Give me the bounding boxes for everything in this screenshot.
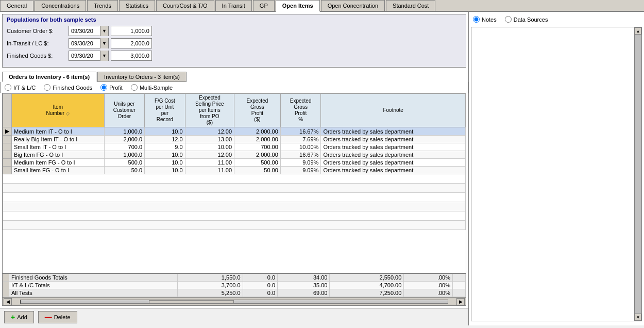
item-name-cell[interactable]: Medium Item FG - O to I xyxy=(12,159,105,167)
radio-multi-sample[interactable]: Multi-Sample xyxy=(131,84,173,91)
fg-cost-cell: 10.0 xyxy=(145,151,185,159)
radio-finished-goods[interactable]: Finished Goods xyxy=(44,84,92,91)
totals-footnote xyxy=(452,273,465,282)
radio-multi-sample-label: Multi-Sample xyxy=(140,85,173,91)
esp-col-header[interactable]: ExpectedSelling Priceper Itemsfrom PO($) xyxy=(185,94,234,127)
table-row[interactable]: Big Item FG - O to I 1,000.0 10.0 12.00 … xyxy=(3,151,466,159)
footnote-cell: Orders tracked by sales department xyxy=(321,136,466,143)
finished-goods-date-btn[interactable]: ▼ xyxy=(100,51,108,61)
esp-cell: 11.00 xyxy=(185,159,234,167)
item-number-col-header[interactable]: ItemNumber ◇ xyxy=(12,94,105,127)
radio-data-sources[interactable]: Data Sources xyxy=(505,16,548,23)
tab-general[interactable]: General xyxy=(0,0,33,11)
tab-gp[interactable]: GP xyxy=(253,0,275,11)
notes-scrollbar[interactable]: ▲ ▼ xyxy=(634,27,641,321)
totals-egp-pct: .00% xyxy=(404,282,453,289)
tab-open-items[interactable]: Open Items xyxy=(276,0,320,12)
in-transit-label: In-Transit / LC $: xyxy=(7,40,69,46)
tab-standard-cost[interactable]: Standard Cost xyxy=(386,0,435,11)
item-name-cell[interactable]: Big Item FG - O to I xyxy=(12,151,105,159)
notes-scroll-down[interactable]: ▼ xyxy=(635,314,641,321)
customer-order-label: Customer Order $: xyxy=(7,28,69,34)
totals-fg-cost: 0.0 xyxy=(243,289,277,297)
horizontal-scrollbar[interactable]: ◀ ▶ xyxy=(3,297,466,305)
egp-dollar-cell: 2,000.00 xyxy=(234,136,281,143)
radio-profit-input[interactable] xyxy=(100,84,107,91)
finished-goods-row: Finished Goods $: 09/30/20 ▼ 3,000.0 xyxy=(7,51,462,61)
in-transit-value[interactable]: 2,000.0 xyxy=(111,38,152,48)
scroll-left-btn[interactable]: ◀ xyxy=(4,298,12,305)
data-table: ItemNumber ◇ Units perCustomerOrder F/G … xyxy=(3,93,466,230)
tab-open-concentration[interactable]: Open Concentration xyxy=(321,0,385,11)
left-panel: Populations for both sample sets Custome… xyxy=(0,12,469,325)
totals-row: I/T & L/C Totals 3,700.0 0.0 35.00 4,700… xyxy=(3,282,466,289)
table-row[interactable]: Small Item FG - O to I 50.0 10.0 11.00 5… xyxy=(3,167,466,174)
radio-finished-goods-input[interactable] xyxy=(44,84,50,91)
tab-trends[interactable]: Trends xyxy=(87,0,118,11)
in-transit-date[interactable]: 09/30/20 ▼ xyxy=(69,38,109,48)
tab-count-cost---t-o[interactable]: Count/Cost & T/O xyxy=(156,0,214,11)
tab-statistics[interactable]: Statistics xyxy=(119,0,155,11)
customer-order-value[interactable]: 1,000.0 xyxy=(111,26,152,36)
egp-pct-cell: 16.67% xyxy=(280,151,321,159)
data-table-container: ItemNumber ◇ Units perCustomerOrder F/G … xyxy=(2,93,466,306)
item-name-cell[interactable]: Small Item FG - O to I xyxy=(12,167,105,174)
table-row[interactable]: Really Big Item IT - O to I 2,000.0 12.0… xyxy=(3,136,466,143)
scroll-right-btn[interactable]: ▶ xyxy=(456,298,465,305)
radio-notes[interactable]: Notes xyxy=(473,16,497,23)
fg-cost-cell: 10.0 xyxy=(145,127,185,136)
right-radio-row: Notes Data Sources xyxy=(471,14,642,25)
egp-pct-col-header[interactable]: ExpectedGrossProfit% xyxy=(280,94,321,127)
totals-egp-pct: .00% xyxy=(404,289,453,297)
footnote-col-header[interactable]: Footnote xyxy=(321,94,466,127)
sort-icon: ◇ xyxy=(66,111,70,116)
totals-footnote xyxy=(452,289,465,297)
radio-multi-sample-input[interactable] xyxy=(131,84,138,91)
scroll-track[interactable] xyxy=(20,300,448,304)
table-row[interactable]: Medium Item FG - O to I 500.0 10.0 11.00… xyxy=(3,159,466,167)
notes-scroll-up[interactable]: ▲ xyxy=(635,27,641,35)
add-button[interactable]: + Add xyxy=(4,311,34,323)
in-transit-date-btn[interactable]: ▼ xyxy=(100,38,108,48)
totals-units: 1,550.0 xyxy=(177,273,243,282)
delete-button[interactable]: — Delete xyxy=(38,311,77,323)
table-row[interactable]: Small Item IT - O to I 700.0 9.0 10.00 7… xyxy=(3,143,466,151)
radio-data-sources-input[interactable] xyxy=(505,16,512,23)
in-transit-row: In-Transit / LC $: 09/30/20 ▼ 2,000.0 xyxy=(7,38,462,48)
egp-dollar-cell: 2,000.00 xyxy=(234,151,281,159)
row-indicator: ▶ xyxy=(3,127,12,136)
item-name-cell[interactable]: Medium Item IT - O to I xyxy=(12,127,105,136)
egp-pct-cell: 9.09% xyxy=(280,167,321,174)
table-row[interactable]: ▶ Medium Item IT - O to I 1,000.0 10.0 1… xyxy=(3,127,466,136)
totals-units: 3,700.0 xyxy=(177,282,243,289)
tab-concentrations[interactable]: Concentrations xyxy=(35,0,86,11)
finished-goods-value[interactable]: 3,000.0 xyxy=(111,51,152,61)
tab-in-transit[interactable]: In Transit xyxy=(215,0,252,11)
egp-pct-cell: 9.09% xyxy=(280,159,321,167)
scroll-thumb[interactable] xyxy=(149,300,234,303)
fg-cost-col-header[interactable]: F/G Costper UnitperRecord xyxy=(145,94,185,127)
egp-dollar-col-header[interactable]: ExpectedGrossProfit($) xyxy=(234,94,281,127)
notes-textarea[interactable] xyxy=(471,27,634,321)
radio-profit[interactable]: Profit xyxy=(100,84,123,91)
finished-goods-date[interactable]: 09/30/20 ▼ xyxy=(69,51,109,61)
sub-tab-orders-to-inventory[interactable]: Orders to Inventory - 6 item(s) xyxy=(2,72,96,82)
footnote-cell: Orders tracked by sales department xyxy=(321,167,466,174)
units-col-header[interactable]: Units perCustomerOrder xyxy=(104,94,145,127)
tab-bar: GeneralConcentrationsTrendsStatisticsCou… xyxy=(0,0,644,12)
radio-it-lc-input[interactable] xyxy=(5,84,11,91)
item-name-cell[interactable]: Really Big Item IT - O to I xyxy=(12,136,105,143)
sub-tab-inventory-to-orders[interactable]: Inventory to Orders - 3 item(s) xyxy=(97,72,187,82)
customer-order-date-btn[interactable]: ▼ xyxy=(100,26,108,36)
totals-esp: 34.00 xyxy=(278,273,330,282)
item-name-cell[interactable]: Small Item IT - O to I xyxy=(12,143,105,151)
footnote-cell: Orders tracked by sales department xyxy=(321,143,466,151)
esp-cell: 11.00 xyxy=(185,167,234,174)
esp-cell: 12.00 xyxy=(185,151,234,159)
totals-units: 5,250.0 xyxy=(177,289,243,297)
radio-it-lc[interactable]: I/T & L/C xyxy=(5,84,36,91)
totals-footnote xyxy=(452,282,465,289)
row-indicator xyxy=(3,143,12,151)
customer-order-date[interactable]: 09/30/20 ▼ xyxy=(69,26,109,36)
radio-notes-input[interactable] xyxy=(473,16,480,23)
